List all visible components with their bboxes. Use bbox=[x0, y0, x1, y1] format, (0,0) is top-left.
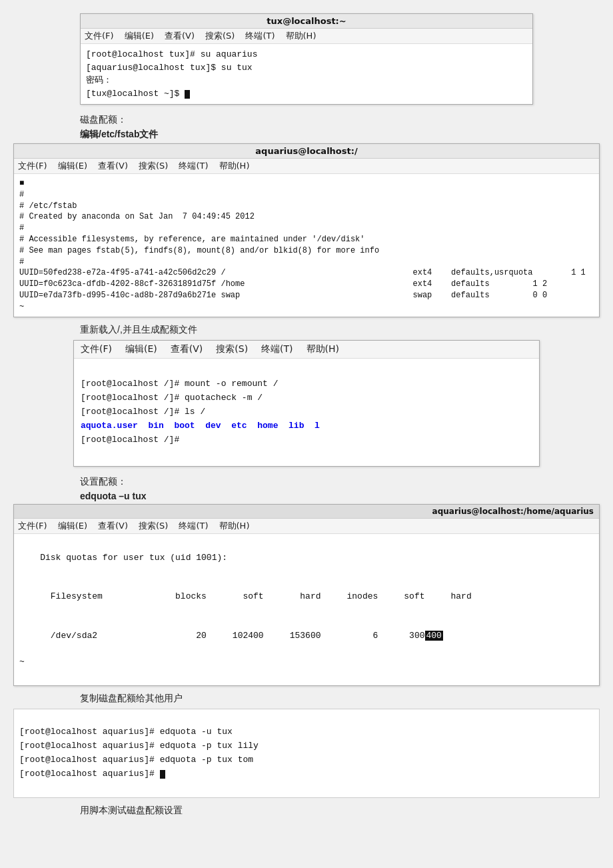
menu-terminal-4[interactable]: 终端(T) bbox=[179, 520, 208, 532]
menu-edit-3[interactable]: 编辑(E) bbox=[125, 343, 157, 355]
quota-disk-line: Disk quotas for user tux (uid 1001): bbox=[40, 553, 227, 563]
label-section1b: 编辑/etc/fstab文件 bbox=[80, 129, 600, 141]
menu-file-3[interactable]: 文件(F) bbox=[81, 343, 112, 355]
menu-help-2[interactable]: 帮助(H) bbox=[219, 160, 250, 172]
label-section1: 磁盘配额： bbox=[80, 114, 600, 126]
menu-view-2[interactable]: 查看(V) bbox=[98, 160, 128, 172]
terminal-body-5: [root@localhost aquarius]# edquota -u tu… bbox=[13, 709, 600, 799]
terminal-body-4: Disk quotas for user tux (uid 1001): Fil… bbox=[14, 534, 599, 685]
menu-file-1[interactable]: 文件(F) bbox=[85, 30, 114, 42]
label-section5: 用脚本测试磁盘配额设置 bbox=[80, 805, 600, 817]
terminal-menubar-4: 文件(F) 编辑(E) 查看(V) 搜索(S) 终端(T) 帮助(H) bbox=[14, 519, 599, 534]
menu-file-2[interactable]: 文件(F) bbox=[18, 160, 47, 172]
label-section3: 设置配额： bbox=[80, 476, 600, 488]
section-labels-3: 设置配额： edquota –u tux bbox=[80, 476, 600, 501]
label-section3b: edquota –u tux bbox=[80, 491, 600, 501]
section-label-5-container: 用脚本测试磁盘配额设置 bbox=[80, 805, 600, 817]
menu-edit-4[interactable]: 编辑(E) bbox=[58, 520, 87, 532]
section-labels-1: 磁盘配额： 编辑/etc/fstab文件 bbox=[80, 114, 600, 141]
menu-terminal-2[interactable]: 终端(T) bbox=[179, 160, 208, 172]
terminal-window-3: 文件(F) 编辑(E) 查看(V) 搜索(S) 终端(T) 帮助(H) [roo… bbox=[73, 340, 540, 467]
label-section2: 重新载入/,并且生成配额文件 bbox=[80, 324, 600, 336]
menu-help-3[interactable]: 帮助(H) bbox=[306, 343, 339, 355]
menu-view-4[interactable]: 查看(V) bbox=[98, 520, 128, 532]
menu-terminal-3[interactable]: 终端(T) bbox=[261, 343, 293, 355]
label-section4: 复制磁盘配额给其他用户 bbox=[80, 693, 600, 705]
menu-view-3[interactable]: 查看(V) bbox=[171, 343, 203, 355]
terminal-titlebar-2: aquarius@localhost:/ bbox=[14, 144, 599, 159]
menu-search-4[interactable]: 搜索(S) bbox=[139, 520, 168, 532]
menu-edit-1[interactable]: 编辑(E) bbox=[125, 30, 154, 42]
terminal-titlebar-4: aquarius@localhost:/home/aquarius bbox=[14, 505, 599, 519]
section-label-4-container: 复制磁盘配额给其他用户 bbox=[80, 693, 600, 705]
cursor-1 bbox=[185, 90, 190, 99]
cursor-5 bbox=[160, 770, 165, 779]
menu-search-3[interactable]: 搜索(S) bbox=[216, 343, 248, 355]
quota-header: Filesystem blocks soft hard inodes soft … bbox=[40, 591, 472, 601]
terminal-menubar-2: 文件(F) 编辑(E) 查看(V) 搜索(S) 终端(T) 帮助(H) bbox=[14, 159, 599, 174]
terminal-window-1: tux@localhost:~ 文件(F) 编辑(E) 查看(V) 搜索(S) … bbox=[80, 13, 533, 105]
quota-row: /dev/sda2 20 102400 153600 6 300 bbox=[40, 631, 424, 641]
terminal-menubar-3: 文件(F) 编辑(E) 查看(V) 搜索(S) 终端(T) 帮助(H) bbox=[74, 341, 539, 359]
section-label-2-container: 重新载入/,并且生成配额文件 bbox=[80, 324, 600, 336]
terminal-window-5: [root@localhost aquarius]# edquota -u tu… bbox=[13, 709, 600, 799]
terminal-body-2: ■ # # /etc/fstab # Created by anaconda o… bbox=[14, 174, 599, 317]
terminal-body-3: [root@localhost /]# mount -o remount / [… bbox=[74, 359, 539, 467]
menu-help-1[interactable]: 帮助(H) bbox=[286, 30, 316, 42]
menu-search-2[interactable]: 搜索(S) bbox=[139, 160, 168, 172]
menu-view-1[interactable]: 查看(V) bbox=[165, 30, 195, 42]
terminal-window-4: aquarius@localhost:/home/aquarius 文件(F) … bbox=[13, 504, 600, 686]
terminal-window-2: aquarius@localhost:/ 文件(F) 编辑(E) 查看(V) 搜… bbox=[13, 143, 600, 317]
terminal-titlebar-1: tux@localhost:~ bbox=[81, 14, 532, 29]
menu-search-1[interactable]: 搜索(S) bbox=[205, 30, 235, 42]
menu-edit-2[interactable]: 编辑(E) bbox=[58, 160, 87, 172]
menu-file-4[interactable]: 文件(F) bbox=[18, 520, 47, 532]
menu-terminal-1[interactable]: 终端(T) bbox=[245, 30, 275, 42]
terminal-menubar-1: 文件(F) 编辑(E) 查看(V) 搜索(S) 终端(T) 帮助(H) bbox=[81, 29, 532, 44]
terminal-body-1: [root@localhost tux]# su aquarius [aquar… bbox=[81, 44, 532, 104]
menu-help-4[interactable]: 帮助(H) bbox=[219, 520, 250, 532]
quota-last-col: 400 bbox=[425, 631, 443, 641]
